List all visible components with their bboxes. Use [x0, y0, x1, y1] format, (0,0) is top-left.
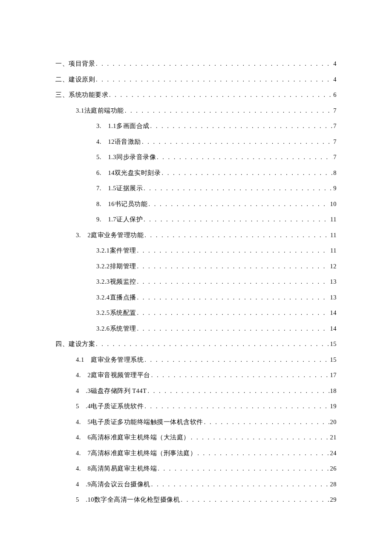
toc-entry-prefix: 8. 16 — [96, 200, 115, 208]
toc-entry-prefix: 3.2.5 — [96, 309, 110, 317]
toc-entry: 三、系统功能要求. . . . . . . . . . . . . . . . … — [55, 91, 337, 99]
toc-entry: 4. 12 语音激励. . . . . . . . . . . . . . . … — [96, 138, 337, 146]
toc-entry-title: 电子质证系统软件 — [91, 402, 144, 410]
toc-entry-leader: . . . . . . . . . . . . . . . . . . . . … — [96, 60, 332, 67]
toc-entry: 4. 7 高清标准庭审主机终端（刑事法庭）. . . . . . . . . .… — [76, 449, 337, 457]
toc-entry-title: 系统配置 — [110, 309, 136, 317]
toc-entry: 9. 1.7 证人保护. . . . . . . . . . . . . . .… — [96, 215, 337, 224]
toc-entry-leader: . . . . . . . . . . . . . . . . . . . . … — [181, 496, 329, 503]
toc-entry: 5 .4 电子质证系统软件. . . . . . . . . . . . . .… — [76, 402, 337, 410]
toc-entry: 3. 2 庭审业务管理功能. . . . . . . . . . . . . .… — [76, 231, 337, 239]
toc-entry-page: 17 — [330, 372, 337, 379]
toc-entry-title: 书记员功能 — [115, 200, 148, 208]
toc-entry: 3.2.2 排期管理. . . . . . . . . . . . . . . … — [96, 262, 337, 270]
toc-entry-leader: . . . . . . . . . . . . . . . . . . . . … — [137, 309, 329, 317]
toc-entry: 3.2.6 系统管理. . . . . . . . . . . . . . . … — [96, 325, 337, 333]
toc-entry-page: 29 — [330, 496, 337, 503]
toc-entry-leader: . . . . . . . . . . . . . . . . . . . . … — [147, 387, 329, 395]
toc-entry-leader: . . . . . . . . . . . . . . . . . . . . … — [142, 138, 332, 145]
toc-entry: 6. 14 双光盘实时刻录. . . . . . . . . . . . . .… — [96, 169, 337, 177]
toc-entry: 一、项目背景. . . . . . . . . . . . . . . . . … — [55, 60, 337, 68]
toc-entry-prefix: 4. 2 — [76, 371, 91, 379]
toc-entry-leader: . . . . . . . . . . . . . . . . . . . . … — [137, 325, 329, 332]
toc-entry-page: 20 — [330, 418, 337, 426]
toc-entry-prefix: 3. 2 — [76, 231, 91, 239]
toc-entry-title: 电子质证多功能终端触摸一体机含软件 — [91, 418, 203, 426]
toc-entry-page: 13 — [330, 278, 337, 285]
toc-entry-leader: . . . . . . . . . . . . . . . . . . . . … — [144, 403, 329, 410]
toc-entry-prefix: 3.2.6 — [96, 325, 110, 332]
toc-entry-page: 12 — [330, 263, 337, 270]
toc-entry-page: 6 — [333, 91, 337, 99]
toc-entry-leader: . . . . . . . . . . . . . . . . . . . . … — [109, 91, 332, 99]
toc-entry-title: 双光盘实时刻录 — [115, 169, 161, 177]
toc-entry-prefix: 5. 1.3 — [96, 153, 116, 161]
toc-entry-page: 18 — [330, 387, 337, 395]
toc-entry-prefix: 3.2.4 — [96, 294, 110, 301]
toc-entry-page: 13 — [330, 294, 337, 301]
toc-entry-leader: . . . . . . . . . . . . . . . . . . . . … — [197, 450, 329, 457]
toc-entry-prefix: 7. 1.5 — [96, 184, 116, 192]
toc-entry-page: 11 — [330, 232, 337, 239]
toc-entry-leader: . . . . . . . . . . . . . . . . . . . . … — [125, 107, 333, 114]
toc-entry-page: 21 — [330, 434, 337, 441]
toc-entry-leader: . . . . . . . . . . . . . . . . . . . . … — [158, 465, 329, 472]
toc-entry: 4 .3 磁盘存储阵列 T44T. . . . . . . . . . . . … — [76, 387, 337, 395]
toc-entry: 4 .9 高清会议云台摄像机. . . . . . . . . . . . . … — [76, 480, 337, 488]
toc-entry-title: 磁盘存储阵列 T44T — [91, 387, 147, 395]
toc-entry: 8. 16 书记员功能. . . . . . . . . . . . . . .… — [96, 200, 337, 208]
toc-entry: 3. 1.1 多画面合成. . . . . . . . . . . . . . … — [96, 122, 337, 130]
toc-entry-title: 证据展示 — [116, 184, 143, 192]
toc-entry-title: 项目背景 — [69, 60, 95, 68]
toc-entry-leader: . . . . . . . . . . . . . . . . . . . . … — [96, 76, 332, 83]
toc-entry-prefix: 9. 1.7 — [96, 215, 116, 224]
toc-entry-page: 10 — [330, 200, 337, 208]
toc-entry-prefix: 4. 7 — [76, 449, 91, 457]
toc-entry-page: 15 — [330, 356, 337, 363]
toc-entry-title: 视频监控 — [110, 278, 136, 286]
toc-entry: 3.2.4 直播点播. . . . . . . . . . . . . . . … — [96, 293, 337, 302]
table-of-contents: 一、项目背景. . . . . . . . . . . . . . . . . … — [55, 60, 337, 504]
toc-entry-page: 26 — [330, 465, 337, 472]
toc-entry: 四、建设方案. . . . . . . . . . . . . . . . . … — [55, 340, 337, 348]
toc-entry-leader: . . . . . . . . . . . . . . . . . . . . … — [204, 418, 329, 426]
toc-entry: 5 .10 数字全高清一体化枪型摄像机. . . . . . . . . . .… — [76, 496, 337, 504]
toc-entry-leader: . . . . . . . . . . . . . . . . . . . . … — [137, 278, 329, 285]
toc-entry-page: 7 — [333, 122, 337, 130]
toc-entry: 3.2.5 系统配置. . . . . . . . . . . . . . . … — [96, 309, 337, 317]
toc-entry-page: 7 — [333, 107, 337, 114]
toc-entry-leader: . . . . . . . . . . . . . . . . . . . . … — [191, 434, 329, 441]
toc-entry: 3.2.3 视频监控. . . . . . . . . . . . . . . … — [96, 278, 337, 286]
toc-entry: 二、建设原则. . . . . . . . . . . . . . . . . … — [55, 76, 337, 84]
toc-entry-leader: . . . . . . . . . . . . . . . . . . . . … — [137, 294, 329, 301]
toc-entry-prefix: 3.1 — [76, 107, 84, 114]
toc-entry-prefix: 二、 — [55, 76, 69, 84]
toc-entry-prefix: 3. 1.1 — [96, 122, 116, 130]
toc-entry-title: 高清标准庭审主机终端（刑事法庭） — [91, 449, 196, 457]
toc-entry-prefix: 6. 14 — [96, 169, 115, 177]
toc-entry-leader: . . . . . . . . . . . . . . . . . . . . … — [150, 122, 333, 130]
toc-entry-title: 高清会议云台摄像机 — [91, 480, 150, 488]
toc-entry-leader: . . . . . . . . . . . . . . . . . . . . … — [96, 340, 329, 348]
toc-entry-leader: . . . . . . . . . . . . . . . . . . . . … — [137, 247, 330, 254]
toc-entry: 5. 1.3 同步录音录像. . . . . . . . . . . . . .… — [96, 153, 337, 161]
toc-entry: 7. 1.5 证据展示. . . . . . . . . . . . . . .… — [96, 184, 337, 192]
toc-entry-page: 28 — [330, 481, 337, 488]
toc-entry-title: 多画面合成 — [116, 122, 150, 130]
toc-entry: 4. 6 高清标准庭审主机终端（大法庭）. . . . . . . . . . … — [76, 433, 337, 442]
toc-entry-leader: . . . . . . . . . . . . . . . . . . . . … — [161, 169, 332, 177]
toc-entry-prefix: 一、 — [55, 60, 69, 68]
toc-entry-prefix: 4. 12 — [96, 138, 115, 146]
toc-entry-prefix: 3.2.3 — [96, 278, 110, 285]
toc-entry-prefix: 3.2.2 — [96, 263, 110, 270]
toc-entry-prefix: 4. 5 — [76, 418, 91, 426]
toc-entry-leader: . . . . . . . . . . . . . . . . . . . . … — [157, 154, 332, 161]
toc-entry-leader: . . . . . . . . . . . . . . . . . . . . … — [151, 481, 329, 488]
toc-entry-title: 高清标准庭审主机终端（大法庭） — [91, 433, 190, 442]
toc-entry-title: 数字全高清一体化枪型摄像机 — [94, 496, 180, 504]
toc-entry-title: 建设方案 — [69, 340, 95, 348]
toc-entry-leader: . . . . . . . . . . . . . . . . . . . . … — [144, 216, 329, 223]
toc-entry: 4. 5 电子质证多功能终端触摸一体机含软件. . . . . . . . . … — [76, 418, 337, 426]
toc-entry-title: 系统管理 — [110, 325, 136, 333]
toc-entry-title: 排期管理 — [110, 262, 136, 270]
